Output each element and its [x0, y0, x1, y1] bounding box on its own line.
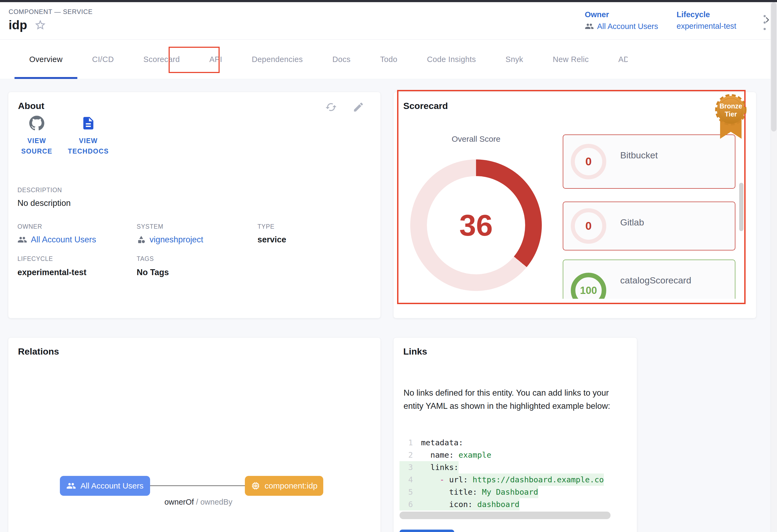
- code-line-highlighted: 3 links:: [400, 461, 632, 474]
- links-bottom-button-clipped[interactable]: [400, 530, 454, 532]
- links-empty-text: No links defined for this entity. You ca…: [404, 387, 626, 413]
- relation-node-owner[interactable]: All Account Users: [60, 476, 150, 496]
- type-value: service: [257, 235, 286, 245]
- score-ring: 100: [571, 273, 606, 299]
- tab-overflow-clipped[interactable]: AD: [603, 40, 628, 79]
- tags-value: No Tags: [137, 268, 169, 277]
- people-icon: [17, 235, 27, 245]
- codeblock-horizontal-scrollbar[interactable]: [400, 512, 610, 519]
- about-card: About VIEW SOURCE VIEW TECHDOCS DESCRIPT…: [8, 92, 381, 318]
- scorecard-item-bitbucket[interactable]: 0 Bitbucket: [563, 134, 736, 189]
- links-card: Links No links defined for this entity. …: [393, 338, 637, 532]
- overall-score-value: 36: [459, 208, 493, 243]
- scorecard-card: Scorecard Overall Score 36 0 Bitbucket 0…: [393, 92, 756, 318]
- people-icon: [585, 22, 594, 31]
- system-label: SYSTEM: [137, 223, 163, 230]
- view-source-link[interactable]: VIEW SOURCE: [19, 116, 54, 156]
- relations-card: Relations All Account Users component:id…: [8, 338, 381, 532]
- scorecard-list-scrollbar[interactable]: [739, 183, 744, 231]
- code-line: 1metadata:: [400, 436, 632, 449]
- entity-header: COMPONENT — SERVICE idp Owner All Accoun…: [0, 2, 777, 40]
- score-ring: 0: [571, 144, 606, 179]
- page-scrollbar-thumb[interactable]: [771, 2, 776, 132]
- description-label: DESCRIPTION: [17, 186, 62, 194]
- github-icon: [29, 116, 44, 131]
- tab-overview[interactable]: Overview: [14, 40, 77, 79]
- relation-node-component-label: component:idp: [265, 481, 318, 490]
- relation-node-component[interactable]: component:idp: [245, 476, 323, 496]
- links-card-title: Links: [403, 346, 427, 357]
- relation-edge-label: ownerOf / ownedBy: [158, 498, 239, 507]
- overall-score-label: Overall Score: [429, 134, 523, 144]
- lifecycle-value: experimental-test: [17, 268, 87, 277]
- tags-label: TAGS: [137, 255, 154, 263]
- header-owner-group: Owner All Account Users: [585, 10, 658, 31]
- tab-todo[interactable]: Todo: [365, 40, 412, 79]
- view-techdocs-link[interactable]: VIEW TECHDOCS: [71, 116, 106, 156]
- overall-score-donut: 36: [410, 159, 542, 291]
- score-item-label: catalogScorecard: [620, 275, 691, 286]
- header-owner-label: Owner: [585, 10, 658, 19]
- view-techdocs-label: VIEW TECHDOCS: [68, 136, 109, 156]
- type-label: TYPE: [257, 223, 274, 230]
- scorecard-card-title: Scorecard: [403, 101, 448, 111]
- tab-api[interactable]: API: [195, 40, 237, 79]
- tab-docs[interactable]: Docs: [318, 40, 365, 79]
- header-lifecycle-group: Lifecycle experimental-test: [677, 10, 736, 31]
- owner-label: OWNER: [17, 223, 42, 230]
- code-line-highlighted: 4 - url: https://dashboard.example.co: [400, 474, 632, 486]
- header-owner-link[interactable]: All Account Users: [585, 22, 658, 31]
- relation-edge-line: [150, 485, 245, 486]
- score-ring: 0: [571, 208, 606, 244]
- tab-snyk[interactable]: Snyk: [491, 40, 538, 79]
- refresh-icon[interactable]: [325, 101, 337, 113]
- breadcrumb: COMPONENT — SERVICE: [9, 8, 93, 16]
- lifecycle-label: LIFECYCLE: [17, 255, 53, 263]
- code-line: 2 name: example: [400, 449, 632, 461]
- chip-icon: [251, 481, 260, 491]
- window-top-strip: [0, 0, 777, 2]
- relation-node-owner-label: All Account Users: [80, 481, 143, 490]
- tab-scorecard[interactable]: Scorecard: [129, 40, 195, 79]
- code-line-highlighted: 5 title: My Dashboard: [400, 486, 632, 498]
- scorecard-item-gitlab[interactable]: 0 Gitlab: [563, 202, 736, 250]
- tab-cicd[interactable]: CI/CD: [77, 40, 129, 79]
- owner-value: All Account Users: [31, 235, 96, 245]
- badge-line1: Bronze: [719, 102, 742, 110]
- bronze-tier-badge: Bronze Tier: [711, 93, 751, 141]
- scorecard-list: 0 Bitbucket 0 Gitlab 100 catalogScorecar…: [563, 133, 739, 299]
- description-value: No description: [17, 198, 71, 208]
- yaml-example-codeblock: 1metadata: 2 name: example 3 links: 4 - …: [400, 436, 632, 511]
- header-lifecycle-label: Lifecycle: [677, 10, 736, 19]
- people-icon: [66, 481, 76, 491]
- relations-card-title: Relations: [18, 346, 59, 357]
- owner-link[interactable]: All Account Users: [17, 235, 96, 245]
- tab-new-relic[interactable]: New Relic: [538, 40, 603, 79]
- code-line-highlighted: 6 icon: dashboard: [400, 498, 632, 511]
- score-item-label: Bitbucket: [620, 150, 658, 160]
- scorecard-item-catalogscorecard[interactable]: 100 catalogScorecard: [563, 260, 736, 299]
- system-link[interactable]: vigneshproject: [137, 235, 203, 245]
- header-owner-value: All Account Users: [597, 22, 658, 31]
- tab-dependencies[interactable]: Dependencies: [237, 40, 318, 79]
- about-card-title: About: [18, 101, 44, 111]
- tab-code-insights[interactable]: Code Insights: [412, 40, 491, 79]
- system-shapes-icon: [137, 235, 146, 244]
- favorite-star-icon[interactable]: [34, 19, 46, 31]
- edit-pencil-icon[interactable]: [352, 101, 364, 113]
- header-lifecycle-value: experimental-test: [677, 22, 736, 31]
- edge-label-forward: ownerOf: [164, 498, 194, 506]
- score-item-label: Gitlab: [620, 217, 644, 228]
- page-title: idp: [9, 18, 27, 32]
- edge-label-reverse: ownedBy: [200, 498, 232, 506]
- system-value: vigneshproject: [149, 235, 203, 245]
- badge-line2: Tier: [725, 110, 737, 118]
- techdocs-document-icon: [81, 116, 96, 131]
- entity-tab-bar: Overview CI/CD Scorecard API Dependencie…: [0, 40, 777, 79]
- view-source-label: VIEW SOURCE: [19, 136, 54, 156]
